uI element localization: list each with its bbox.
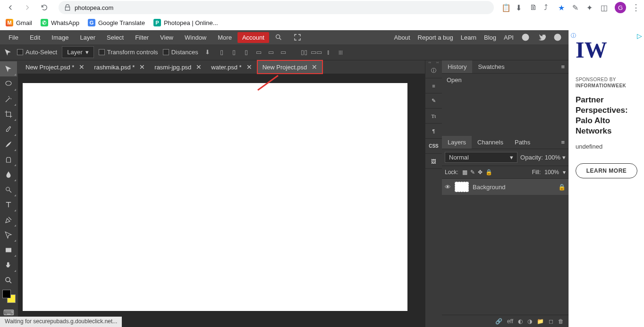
share-icon[interactable]: ⤴ <box>544 3 552 12</box>
distribute-h-icon[interactable]: ▯▯ <box>299 48 309 57</box>
align-left-icon[interactable]: ▯ <box>217 48 227 57</box>
info-panel-icon[interactable]: ⓘ <box>425 63 442 78</box>
pen-tool[interactable] <box>0 212 17 227</box>
clone-stamp-tool[interactable] <box>0 152 17 167</box>
align-bottom-icon[interactable]: ▭ <box>279 48 288 57</box>
extensions-icon[interactable]: ✦ <box>586 3 595 12</box>
paragraph-panel-icon[interactable]: ¶ <box>425 124 442 139</box>
clipboard-icon[interactable]: 📋 <box>501 3 510 12</box>
chevron-down-icon[interactable]: ▾ <box>562 154 566 161</box>
menu-layer[interactable]: Layer <box>75 31 102 44</box>
adjustments-panel-icon[interactable]: ≡ <box>425 78 442 93</box>
close-icon[interactable]: ✕ <box>139 63 145 71</box>
menu-image[interactable]: Image <box>46 31 74 44</box>
link-layers-icon[interactable]: 🔗 <box>495 318 502 325</box>
address-bar[interactable]: photopea.com <box>59 1 494 14</box>
browser-menu-icon[interactable]: ⋮ <box>632 2 640 13</box>
link-api[interactable]: API <box>504 34 514 41</box>
brush-tool[interactable] <box>0 137 17 152</box>
fill-value[interactable]: 100% <box>544 169 559 176</box>
ad-headline[interactable]: Partner Perspectives: Palo Alto Networks <box>576 95 637 136</box>
close-icon[interactable]: ✕ <box>312 63 317 71</box>
magic-wand-tool[interactable] <box>0 92 17 107</box>
back-button[interactable] <box>4 1 17 14</box>
canvas-area[interactable] <box>18 74 425 327</box>
link-learn[interactable]: Learn <box>461 34 476 41</box>
download-icon[interactable]: ⬇ <box>203 48 212 57</box>
eyedropper-tool[interactable] <box>0 122 17 137</box>
tab-swatches[interactable]: Swatches <box>472 60 510 73</box>
bookmark-translate[interactable]: GGoogle Translate <box>88 19 145 26</box>
document-tab[interactable]: rashmika.psd *✕ <box>89 61 150 73</box>
auto-select-target[interactable]: Layer▾ <box>62 46 94 58</box>
link-about[interactable]: About <box>394 34 410 41</box>
tab-channels[interactable]: Channels <box>472 136 509 149</box>
brush-panel-icon[interactable]: ✎ <box>425 93 442 109</box>
bookmark-gmail[interactable]: MGmail <box>6 19 32 26</box>
css-panel-icon[interactable]: CSS <box>425 139 442 154</box>
link-blog[interactable]: Blog <box>484 34 496 41</box>
layer-mask-icon[interactable]: ◐ <box>518 318 523 325</box>
document-icon[interactable]: 🗎 <box>530 3 538 12</box>
download-icon[interactable]: ⬇ <box>516 3 524 12</box>
lock-position-icon[interactable]: ✥ <box>478 169 483 176</box>
menu-window[interactable]: Window <box>179 31 212 44</box>
document-tab-active[interactable]: New Project.psd✕ <box>257 60 323 74</box>
history-item[interactable]: Open <box>447 76 564 84</box>
zoom-tool[interactable] <box>0 273 17 288</box>
twitter-icon[interactable] <box>537 33 546 42</box>
align-right-icon[interactable]: ▯ <box>242 48 251 57</box>
close-icon[interactable]: ✕ <box>196 63 202 71</box>
adchoices-icon[interactable]: ▷ <box>637 32 642 40</box>
distribute-spacing-h-icon[interactable]: ⫿ <box>324 48 333 57</box>
bookmark-star-icon[interactable]: ★ <box>558 3 567 12</box>
distribute-v-icon[interactable]: ▭▭ <box>312 48 321 57</box>
distribute-spacing-v-icon[interactable]: ⫼ <box>336 48 346 57</box>
transform-controls-checkbox[interactable]: Transform controls <box>99 49 158 56</box>
menu-file[interactable]: File <box>3 31 24 44</box>
layer-row[interactable]: 👁 Background 🔒 <box>442 179 568 195</box>
tab-layers[interactable]: Layers <box>442 136 472 149</box>
reload-button[interactable] <box>38 1 51 14</box>
menu-filter[interactable]: Filter <box>129 31 154 44</box>
align-top-icon[interactable]: ▭ <box>254 48 263 57</box>
panel-menu-icon[interactable]: ≡ <box>557 137 568 148</box>
menu-view[interactable]: View <box>154 31 179 44</box>
menu-more[interactable]: More <box>212 31 237 44</box>
reddit-icon[interactable] <box>521 33 530 42</box>
layer-name[interactable]: Background <box>473 184 505 191</box>
profile-avatar[interactable]: G <box>615 2 626 13</box>
eyedropper-extension-icon[interactable]: ✎ <box>572 3 581 12</box>
layer-effects-icon[interactable]: eff <box>507 318 513 325</box>
layer-visibility-icon[interactable]: 👁 <box>445 184 451 191</box>
bookmark-whatsapp[interactable]: ✆WhatsApp <box>41 19 79 26</box>
document-tab[interactable]: water.psd *✕ <box>206 61 256 73</box>
link-report-bug[interactable]: Report a bug <box>418 34 453 41</box>
character-panel-icon[interactable]: Tt <box>425 109 442 124</box>
lock-all-icon[interactable]: 🔒 <box>485 169 492 176</box>
type-tool[interactable] <box>0 197 17 212</box>
align-center-v-icon[interactable]: ▭ <box>266 48 276 57</box>
path-select-tool[interactable] <box>0 227 17 243</box>
close-icon[interactable]: ✕ <box>246 63 252 71</box>
rectangle-tool[interactable] <box>0 243 17 258</box>
menu-select[interactable]: Select <box>101 31 129 44</box>
blend-mode-select[interactable]: Normal▾ <box>445 152 517 163</box>
document-tab[interactable]: rasmi-jpg.psd✕ <box>150 61 206 73</box>
forward-button[interactable] <box>21 1 34 14</box>
new-layer-icon[interactable]: ◻ <box>549 318 553 325</box>
image-panel-icon[interactable]: 🖼 <box>425 154 442 169</box>
sidepanel-icon[interactable]: ◫ <box>601 3 609 12</box>
facebook-icon[interactable] <box>553 33 562 42</box>
distances-checkbox[interactable]: Distances <box>163 49 198 56</box>
close-icon[interactable]: ✕ <box>79 63 85 71</box>
chevron-down-icon[interactable]: ▾ <box>563 169 566 176</box>
ad-cta-button[interactable]: LEARN MORE <box>576 163 637 178</box>
blur-tool[interactable] <box>0 167 17 182</box>
delete-layer-icon[interactable]: 🗑 <box>558 318 564 325</box>
canvas[interactable] <box>23 83 407 311</box>
tab-paths[interactable]: Paths <box>509 136 536 149</box>
crop-tool[interactable] <box>0 107 17 122</box>
document-tab[interactable]: New Project.psd *✕ <box>21 61 89 73</box>
search-icon[interactable] <box>269 31 288 44</box>
